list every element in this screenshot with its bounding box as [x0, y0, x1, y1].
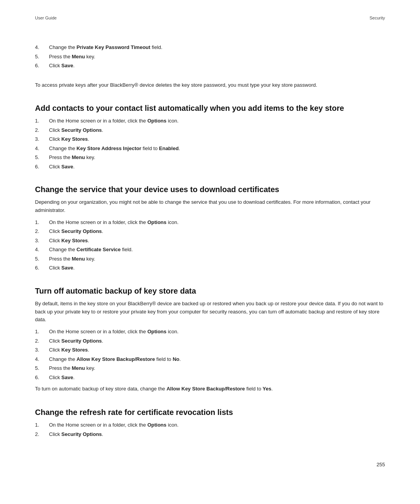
change-refresh-rate-steps: 1. On the Home screen or in a folder, cl… [35, 421, 385, 438]
step-text: Change the Key Store Address Injector fi… [49, 145, 385, 152]
step-num: 2. [35, 126, 49, 134]
list-item: 1. On the Home screen or in a folder, cl… [35, 117, 385, 125]
list-item: 6. Click Save. [35, 163, 385, 171]
step-text: Change the Allow Key Store Backup/Restor… [49, 355, 385, 363]
section-add-contacts-title: Add contacts to your contact list automa… [35, 103, 385, 113]
list-item: 6. Click Save. [35, 374, 385, 382]
step-num-4: 4. [35, 44, 49, 51]
step-num: 6. [35, 163, 49, 171]
step-text: Change the Certificate Service field. [49, 246, 385, 254]
step-num: 1. [35, 219, 49, 226]
step-text: Click Save. [49, 264, 385, 272]
section-change-service-title: Change the service that your device uses… [35, 184, 385, 194]
list-item: 2. Click Security Options. [35, 430, 385, 438]
intro-step-list: 4. Change the Private Key Password Timeo… [35, 44, 385, 70]
step-num: 5. [35, 154, 49, 161]
list-item: 5. Press the Menu key. [35, 154, 385, 161]
step-text: Click Security Options. [49, 228, 385, 235]
header-security: Security [369, 16, 385, 20]
list-item: 3. Click Key Stores. [35, 135, 385, 143]
intro-steps: 4. Change the Private Key Password Timeo… [35, 44, 385, 70]
step-text: Click Security Options. [49, 337, 385, 345]
step-text: On the Home screen or in a folder, click… [49, 219, 385, 226]
step-num: 5. [35, 255, 49, 263]
intro-note: To access private keys after your BlackB… [35, 81, 385, 89]
section-change-refresh-rate: Change the refresh rate for certificate … [35, 407, 385, 438]
list-item: 3. Click Key Stores. [35, 237, 385, 245]
change-service-steps: 1. On the Home screen or in a folder, cl… [35, 219, 385, 272]
step-num: 1. [35, 328, 49, 336]
header-user-guide: User Guide [35, 16, 57, 20]
step-num: 3. [35, 346, 49, 354]
section-change-service: Change the service that your device uses… [35, 184, 385, 272]
list-item: 2. Click Security Options. [35, 337, 385, 345]
list-item: 4. Change the Key Store Address Injector… [35, 145, 385, 152]
step-text: Click Security Options. [49, 430, 385, 438]
list-item: 6. Click Save. [35, 264, 385, 272]
step-num: 6. [35, 264, 49, 272]
step-text: Click Key Stores. [49, 346, 385, 354]
step-text: Click Save. [49, 163, 385, 171]
section-turn-off-backup-title: Turn off automatic backup of key store d… [35, 286, 385, 296]
step-text-5: Press the Menu key. [49, 53, 385, 61]
step-text: On the Home screen or in a folder, click… [49, 117, 385, 125]
list-item: 2. Click Security Options. [35, 126, 385, 134]
section-turn-off-backup: Turn off automatic backup of key store d… [35, 286, 385, 393]
list-item: 1. On the Home screen or in a folder, cl… [35, 328, 385, 336]
page-header: User Guide Security [35, 16, 385, 20]
step-num: 5. [35, 364, 49, 372]
page-footer: 255 [376, 462, 385, 467]
step-num: 2. [35, 430, 49, 438]
step-num: 6. [35, 374, 49, 382]
step-num: 2. [35, 337, 49, 345]
list-item: 1. On the Home screen or in a folder, cl… [35, 219, 385, 226]
step-num: 2. [35, 228, 49, 235]
list-item: 4. Change the Allow Key Store Backup/Res… [35, 355, 385, 363]
section-turn-off-backup-note: By default, items in the key store on yo… [35, 300, 385, 324]
step-text: On the Home screen or in a folder, click… [49, 328, 385, 336]
list-item: 1. On the Home screen or in a folder, cl… [35, 421, 385, 429]
step-num: 4. [35, 246, 49, 254]
list-item: 5. Press the Menu key. [35, 255, 385, 263]
list-item: 3. Click Key Stores. [35, 346, 385, 354]
list-item: 4. Change the Certificate Service field. [35, 246, 385, 254]
step-text: On the Home screen or in a folder, click… [49, 421, 385, 429]
section-add-contacts: Add contacts to your contact list automa… [35, 103, 385, 170]
step-text: Click Key Stores. [49, 237, 385, 245]
step-num-5: 5. [35, 53, 49, 61]
step-num: 4. [35, 355, 49, 363]
step-num-6: 6. [35, 62, 49, 70]
page-number: 255 [376, 462, 385, 467]
intro-step-6: 6. Click Save. [35, 62, 385, 70]
section-change-service-note: Depending on your organization, you migh… [35, 198, 385, 215]
step-text: Press the Menu key. [49, 255, 385, 263]
step-text-6: Click Save. [49, 62, 385, 70]
page-container: User Guide Security 4. Change the Privat… [0, 0, 420, 483]
step-text: Press the Menu key. [49, 154, 385, 161]
step-num: 1. [35, 421, 49, 429]
turn-off-backup-steps: 1. On the Home screen or in a folder, cl… [35, 328, 385, 381]
step-num: 3. [35, 237, 49, 245]
step-num: 4. [35, 145, 49, 152]
section-change-refresh-rate-title: Change the refresh rate for certificate … [35, 407, 385, 417]
add-contacts-steps: 1. On the Home screen or in a folder, cl… [35, 117, 385, 170]
step-text: Click Key Stores. [49, 135, 385, 143]
intro-step-4: 4. Change the Private Key Password Timeo… [35, 44, 385, 51]
step-text: Click Save. [49, 374, 385, 382]
step-text: Press the Menu key. [49, 364, 385, 372]
step-num: 1. [35, 117, 49, 125]
list-item: 2. Click Security Options. [35, 228, 385, 235]
step-num: 3. [35, 135, 49, 143]
intro-step-5: 5. Press the Menu key. [35, 53, 385, 61]
step-text-4: Change the Private Key Password Timeout … [49, 44, 385, 51]
step-text: Click Security Options. [49, 126, 385, 134]
list-item: 5. Press the Menu key. [35, 364, 385, 372]
turn-off-backup-note-bottom: To turn on automatic backup of key store… [35, 385, 385, 393]
